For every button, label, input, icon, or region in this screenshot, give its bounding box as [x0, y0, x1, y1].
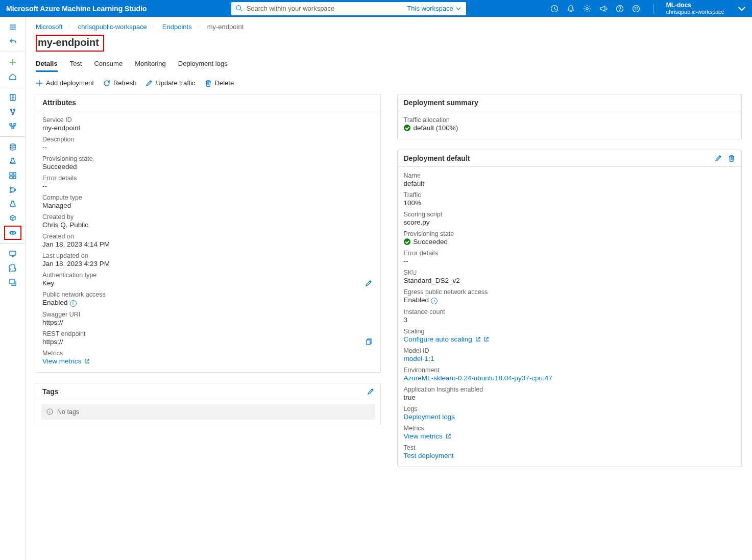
field-traffic-allocation: Traffic allocation default (100%) — [404, 114, 736, 134]
account-workspace: ML-docs — [666, 2, 724, 9]
svg-line-1 — [240, 9, 242, 11]
info-icon[interactable]: i — [431, 298, 438, 304]
nav-endpoints[interactable] — [4, 226, 21, 240]
field-app-insights: Application Insights enabledtrue — [404, 384, 736, 403]
chevron-right-icon: 〉 — [197, 23, 202, 31]
breadcrumb-current: my-endpoint — [207, 23, 244, 31]
svg-rect-18 — [13, 173, 16, 175]
nav-automl[interactable] — [0, 105, 25, 119]
tabs: Details Test Consume Monitoring Deployme… — [36, 57, 742, 72]
field-compute-type: Compute typeManaged — [42, 192, 374, 211]
tab-monitoring[interactable]: Monitoring — [135, 57, 166, 72]
external-link-icon — [84, 358, 90, 364]
deployment-logs-link[interactable]: Deployment logs — [404, 412, 736, 421]
success-icon — [404, 238, 410, 245]
nav-datastores[interactable] — [0, 261, 25, 275]
edit-icon[interactable] — [715, 155, 722, 162]
nav-environments[interactable] — [0, 197, 25, 211]
search-wrap: This workspace — [231, 2, 466, 15]
search-icon — [235, 5, 242, 12]
breadcrumb-link[interactable]: chrisqpublic-workspace — [78, 23, 147, 31]
environment-link[interactable]: AzureML-sklearn-0.24-ubuntu18.04-py37-cp… — [404, 374, 736, 382]
header-separator — [653, 4, 654, 14]
svg-point-21 — [10, 187, 11, 189]
tab-deployment-logs[interactable]: Deployment logs — [178, 57, 228, 72]
edit-icon[interactable] — [367, 388, 374, 395]
view-metrics-link[interactable]: View metrics — [42, 357, 374, 365]
tab-test[interactable]: Test — [70, 57, 82, 72]
field-name: Namedefault — [404, 170, 736, 189]
refresh-button[interactable]: Refresh — [103, 79, 137, 87]
field-test: TestTest deployment — [404, 442, 736, 461]
info-icon[interactable]: i — [70, 300, 77, 307]
nav-back[interactable] — [0, 34, 25, 48]
svg-point-5 — [619, 10, 620, 11]
no-tags-message: No tags — [41, 404, 375, 420]
svg-point-6 — [633, 5, 639, 12]
clock-icon[interactable] — [550, 5, 559, 13]
edit-icon[interactable] — [365, 280, 372, 287]
card-header: Deployment summary — [398, 94, 742, 111]
main-content: Microsoft〉 chrisqpublic-workspace〉 Endpo… — [26, 17, 752, 560]
external-link-icon — [446, 433, 451, 439]
gear-icon[interactable] — [583, 5, 591, 13]
search-scope-dropdown[interactable]: This workspace — [407, 2, 460, 15]
nav-models[interactable] — [0, 211, 25, 226]
field-model-id: Model IDmodel-1:1 — [404, 345, 736, 364]
help-icon[interactable] — [616, 5, 624, 13]
field-auth-type: Authentication typeKey — [42, 270, 374, 289]
svg-rect-26 — [10, 251, 16, 255]
breadcrumb: Microsoft〉 chrisqpublic-workspace〉 Endpo… — [36, 22, 742, 34]
field-public-network-access: Public network accessEnabledi — [42, 289, 374, 309]
megaphone-icon[interactable] — [599, 5, 608, 13]
svg-rect-14 — [14, 124, 16, 125]
nav-jobs[interactable] — [0, 154, 25, 168]
svg-rect-17 — [10, 173, 12, 175]
account-switcher[interactable]: ML-docs chrisqpublic-workspace — [666, 2, 724, 15]
nav-add[interactable] — [0, 55, 25, 69]
nav-compute[interactable] — [0, 247, 25, 261]
tags-card: Tags No tags — [36, 383, 381, 425]
account-subscription: chrisqpublic-workspace — [666, 9, 724, 15]
field-service-id: Service IDmy-endpoint — [42, 114, 374, 134]
field-scoring-script: Scoring scriptscore.py — [404, 209, 736, 228]
nav-designer[interactable] — [0, 119, 25, 133]
nav-separator — [0, 243, 25, 244]
smile-icon[interactable] — [632, 5, 640, 13]
test-deployment-link[interactable]: Test deployment — [404, 451, 736, 459]
nav-home[interactable] — [0, 69, 25, 84]
nav-pipelines[interactable] — [0, 183, 25, 197]
tab-consume[interactable]: Consume — [94, 57, 123, 72]
nav-hamburger[interactable] — [0, 20, 25, 34]
delete-button[interactable]: Delete — [205, 79, 234, 87]
add-deployment-button[interactable]: Add deployment — [36, 79, 94, 87]
nav-separator — [0, 87, 25, 87]
update-traffic-button[interactable]: Update traffic — [145, 79, 195, 87]
field-metrics: MetricsView metrics — [42, 348, 374, 367]
brand-title: Microsoft Azure Machine Learning Studio — [6, 5, 147, 13]
info-icon — [46, 408, 53, 415]
nav-components[interactable] — [0, 168, 25, 183]
svg-rect-19 — [10, 176, 12, 179]
nav-separator — [0, 136, 25, 137]
breadcrumb-link[interactable]: Microsoft — [36, 23, 63, 31]
nav-data[interactable] — [0, 140, 25, 154]
breadcrumb-link[interactable]: Endpoints — [162, 23, 192, 31]
success-icon — [404, 125, 410, 131]
svg-point-22 — [10, 191, 11, 193]
configure-scaling-link[interactable]: Configure auto scaling — [404, 335, 736, 343]
chevron-down-icon[interactable] — [738, 5, 746, 13]
view-metrics-link[interactable]: View metrics — [404, 432, 736, 440]
field-sku: SKUStandard_DS2_v2 — [404, 267, 736, 286]
field-error-details: Error details-- — [42, 173, 374, 192]
nav-notebooks[interactable] — [0, 90, 25, 105]
model-link[interactable]: model-1:1 — [404, 354, 736, 362]
trash-icon[interactable] — [728, 155, 735, 162]
svg-point-10 — [10, 109, 12, 111]
tab-details[interactable]: Details — [36, 57, 58, 72]
svg-point-3 — [586, 7, 588, 9]
field-instance-count: Instance count3 — [404, 306, 736, 326]
bell-icon[interactable] — [567, 5, 575, 13]
nav-linked[interactable] — [0, 275, 25, 289]
copy-icon[interactable] — [365, 338, 372, 346]
